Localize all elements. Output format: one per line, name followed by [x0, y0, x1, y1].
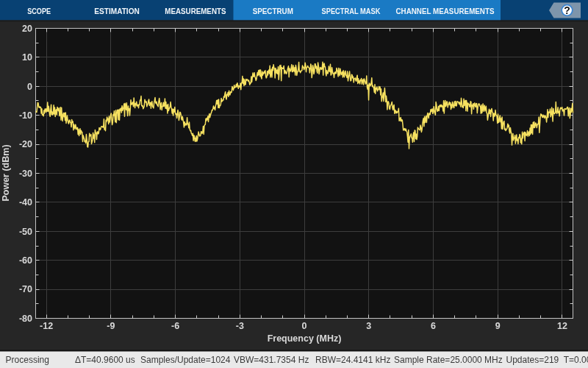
svg-text:-70: -70	[19, 284, 32, 294]
svg-text:-12: -12	[40, 321, 53, 331]
svg-text:0: 0	[27, 82, 32, 92]
svg-text:-9: -9	[107, 321, 115, 331]
svg-text:-3: -3	[236, 321, 244, 331]
svg-text:-10: -10	[19, 110, 32, 121]
svg-text:0: 0	[302, 321, 307, 331]
svg-text:6: 6	[431, 321, 436, 331]
svg-text:-40: -40	[19, 197, 32, 208]
svg-text:10: 10	[22, 52, 32, 63]
svg-text:-20: -20	[19, 139, 32, 149]
svg-text:-60: -60	[19, 255, 32, 266]
svg-text:Frequency (MHz): Frequency (MHz)	[268, 333, 342, 344]
svg-text:Power (dBm): Power (dBm)	[1, 144, 11, 201]
svg-text:3: 3	[366, 321, 371, 331]
svg-text:20: 20	[22, 24, 32, 34]
svg-text:12: 12	[557, 321, 567, 331]
svg-text:-30: -30	[19, 169, 32, 179]
svg-text:-6: -6	[171, 321, 179, 331]
svg-text:-50: -50	[19, 227, 32, 237]
svg-text:9: 9	[495, 321, 501, 331]
svg-text:-80: -80	[19, 314, 32, 324]
